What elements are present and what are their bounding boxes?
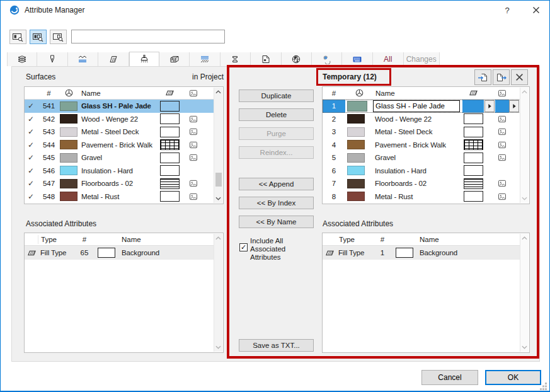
check-icon: ✓ — [25, 177, 40, 190]
attribute-type-tabs: All Changes — [7, 52, 440, 66]
scroll-down-arrow[interactable] — [520, 343, 529, 352]
find-by-name-button[interactable] — [50, 30, 67, 44]
left-table-scrollbar[interactable] — [214, 88, 222, 203]
texture-icon — [184, 125, 203, 139]
tab-line-types[interactable] — [68, 52, 98, 66]
tab-pens[interactable] — [37, 52, 67, 66]
table-row[interactable]: 6 Insulation - Hard — [323, 164, 520, 178]
color-swatch — [60, 166, 77, 175]
color-swatch — [60, 127, 77, 137]
table-row[interactable]: ✓ 544 Pavement - Brick Walk — [25, 139, 214, 152]
search-input[interactable] — [71, 30, 225, 43]
check-icon: ✓ — [25, 113, 40, 126]
color-swatch — [60, 114, 77, 124]
attr-index: 5 — [323, 151, 345, 164]
by-index-button[interactable]: << By Index — [239, 197, 314, 209]
tab-surfaces[interactable] — [129, 52, 159, 66]
tab-fills[interactable] — [98, 52, 129, 66]
attr-name: Insulation - Hard — [79, 164, 156, 178]
right-table-header: # Name — [323, 87, 520, 100]
fill-swatch — [160, 191, 180, 202]
check-icon: ✓ — [25, 139, 40, 152]
scroll-down-arrow[interactable] — [214, 194, 222, 203]
color-swatch — [347, 166, 365, 175]
tab-changes[interactable]: Changes — [404, 52, 440, 66]
fill-popup-button[interactable] — [484, 100, 495, 112]
attr-name: Metal - Rust — [79, 190, 156, 204]
fill-swatch — [160, 178, 180, 189]
by-name-button[interactable]: << By Name — [239, 216, 314, 228]
fill-swatch — [464, 139, 483, 150]
save-file-button[interactable] — [493, 69, 510, 85]
table-row[interactable]: ✓ 542 Wood - Wenge 22 — [25, 113, 214, 126]
tab-operation-profiles[interactable] — [312, 52, 342, 66]
tab-cities[interactable] — [282, 52, 312, 66]
tab-mep-systems[interactable] — [342, 52, 372, 66]
assoc-row[interactable]: Fill Type 65 Background — [25, 246, 214, 260]
cancel-button[interactable]: Cancel — [421, 370, 478, 385]
tab-all[interactable]: All — [373, 52, 404, 66]
ok-button[interactable]: OK — [485, 370, 541, 385]
table-row[interactable]: ✓ 545 Gravel — [25, 151, 214, 164]
table-row-editing[interactable]: 1 — [323, 100, 520, 113]
right-assoc-scrollbar[interactable] — [520, 234, 529, 352]
scroll-down-arrow[interactable] — [520, 194, 529, 203]
find-by-index-and-name-button[interactable] — [30, 30, 47, 44]
texture-popup-button[interactable] — [509, 100, 519, 112]
append-button[interactable]: << Append — [239, 178, 314, 190]
tab-composites[interactable] — [159, 52, 190, 66]
tab-profiles[interactable] — [221, 52, 251, 66]
attr-index: 545 — [40, 151, 58, 164]
delete-button[interactable]: Delete — [239, 108, 314, 121]
help-button[interactable]: ? — [498, 1, 517, 20]
fill-type-icon — [25, 246, 38, 260]
scroll-up-arrow[interactable] — [214, 88, 222, 96]
assoc-index: 65 — [74, 246, 95, 260]
texture-icon — [184, 190, 203, 204]
color-swatch — [60, 140, 77, 149]
fill-swatch — [160, 113, 180, 124]
table-row[interactable]: ✓ 546 Insulation - Hard — [25, 164, 214, 178]
scroll-down-arrow[interactable] — [214, 343, 222, 352]
scroll-up-arrow[interactable] — [520, 88, 529, 96]
find-by-index-button[interactable] — [9, 30, 26, 44]
tab-zones[interactable] — [251, 52, 281, 66]
tab-building-materials[interactable] — [190, 52, 220, 66]
right-table-scrollbar[interactable] — [520, 88, 529, 203]
tab-layers[interactable] — [7, 52, 37, 66]
purge-button: Purge — [239, 127, 314, 140]
assoc-row[interactable]: Fill Type 1 Background — [323, 246, 520, 260]
attr-name-input[interactable] — [373, 100, 460, 112]
table-row[interactable]: ✓ 548 Metal - Rust — [25, 190, 214, 204]
attr-name: Metal - Steel Deck — [373, 125, 462, 139]
assoc-type: Fill Type — [38, 246, 74, 260]
attr-index: 3 — [323, 125, 345, 139]
clear-list-button[interactable] — [511, 69, 528, 85]
fill-swatch — [160, 101, 180, 112]
table-row[interactable]: 3 Metal - Steel Deck — [323, 125, 520, 139]
zones-icon — [261, 54, 271, 64]
table-row[interactable]: 8 Metal - Rust — [323, 190, 520, 204]
table-row[interactable]: 4 Pavement - Brick Walk — [323, 139, 520, 152]
scroll-up-arrow[interactable] — [520, 234, 529, 243]
attr-name: Metal - Rust — [373, 190, 462, 204]
table-row[interactable]: ✓ 547 Floorboards - 02 — [25, 177, 214, 190]
attr-index: 542 — [40, 113, 58, 126]
open-file-button[interactable] — [474, 69, 491, 85]
duplicate-button[interactable]: Duplicate — [239, 89, 314, 102]
resize-grip[interactable] — [540, 383, 547, 390]
table-row[interactable]: 7 Floorboards - 02 — [323, 177, 520, 190]
include-associated-checkbox[interactable]: ✓ — [239, 243, 248, 251]
scroll-thumb[interactable] — [215, 173, 222, 187]
fills-icon — [108, 54, 118, 64]
save-as-txt-button[interactable]: Save as TXT... — [239, 339, 314, 352]
table-row[interactable]: 2 Wood - Wenge 22 — [323, 113, 520, 126]
check-icon: ✓ — [25, 100, 40, 113]
window-close-button[interactable] — [525, 1, 547, 20]
scroll-up-arrow[interactable] — [214, 234, 222, 243]
fill-swatch — [464, 191, 483, 202]
table-row[interactable]: ✓ 541 Glass SH - Pale Jade — [25, 100, 214, 113]
table-row[interactable]: ✓ 543 Metal - Steel Deck — [25, 125, 214, 139]
table-row[interactable]: 5 Gravel — [323, 151, 520, 164]
left-assoc-scrollbar[interactable] — [214, 234, 222, 352]
